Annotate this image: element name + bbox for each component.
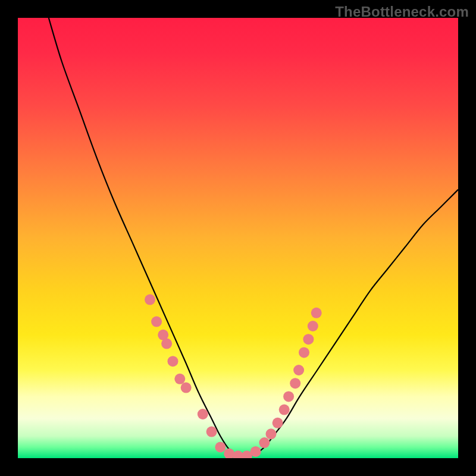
scatter-point <box>279 405 290 415</box>
scatter-point <box>311 308 322 318</box>
bottleneck-plot <box>18 18 458 458</box>
scatter-point <box>259 437 270 448</box>
scatter-point <box>151 317 162 327</box>
scatter-point <box>174 374 185 384</box>
scatter-point <box>283 391 294 402</box>
scatter-point <box>161 339 172 349</box>
scatter-point <box>206 427 217 437</box>
scatter-point <box>293 365 304 375</box>
scatter-point <box>299 347 309 358</box>
plot-background <box>18 18 458 458</box>
chart-frame: TheBottleneck.com <box>0 0 476 476</box>
scatter-point <box>198 409 208 419</box>
scatter-point <box>303 334 314 345</box>
scatter-point <box>181 383 192 393</box>
scatter-point <box>145 295 155 305</box>
scatter-point <box>215 442 226 453</box>
scatter-point <box>266 428 277 439</box>
scatter-point <box>308 321 318 331</box>
scatter-point <box>167 356 178 367</box>
scatter-point <box>290 378 300 389</box>
watermark-text: TheBottleneck.com <box>335 4 469 20</box>
scatter-point <box>273 418 283 428</box>
scatter-point <box>250 446 261 457</box>
